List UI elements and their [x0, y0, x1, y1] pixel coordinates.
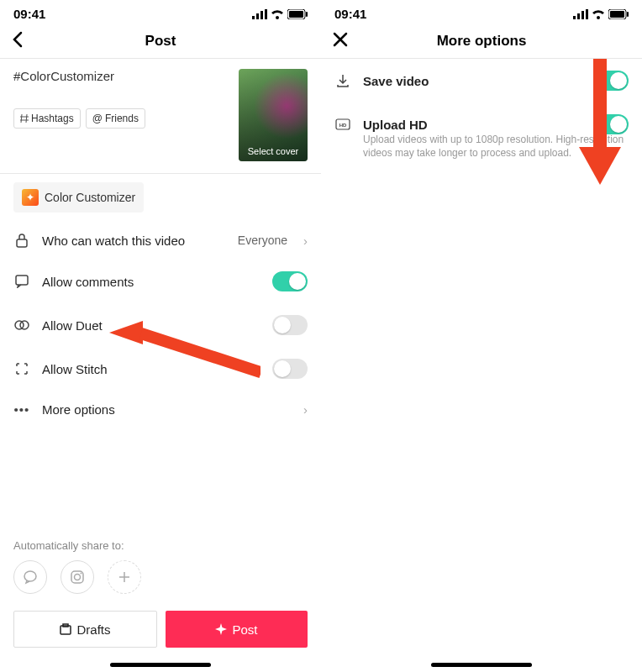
wifi-icon: [271, 9, 284, 19]
svg-rect-19: [573, 16, 576, 19]
svg-rect-22: [586, 9, 588, 19]
stitch-row: Allow Stitch: [0, 347, 321, 391]
back-button[interactable]: [12, 31, 24, 51]
chat-bubble-icon: [23, 570, 38, 585]
options-panel: Save video HD Upload HD Upload videos wi…: [321, 59, 642, 663]
share-message[interactable]: [13, 560, 47, 594]
more-options-row[interactable]: ••• More options ›: [0, 391, 321, 428]
post-screen: 09:41 Post #ColorCustomizer Hashtags: [0, 0, 321, 672]
comments-toggle[interactable]: [272, 271, 308, 291]
effect-name: Color Customizer: [45, 191, 135, 204]
save-label: Save video: [363, 74, 581, 88]
post-panel: #ColorCustomizer Hashtags @ Friends Sele…: [0, 59, 321, 524]
duet-label: Allow Duet: [42, 318, 260, 333]
share-instagram[interactable]: [61, 560, 94, 594]
svg-rect-2: [260, 11, 263, 19]
page-title: More options: [437, 33, 527, 50]
status-time: 09:41: [334, 7, 366, 21]
hd-label: Upload HD: [363, 118, 581, 132]
svg-rect-8: [16, 276, 28, 285]
duet-toggle[interactable]: [272, 315, 308, 335]
plus-icon: [118, 571, 130, 583]
status-bar: 09:41: [321, 0, 642, 24]
stitch-label: Allow Stitch: [42, 362, 260, 376]
wifi-icon: [592, 9, 605, 19]
download-icon: [334, 74, 351, 87]
stitch-toggle[interactable]: [272, 359, 308, 379]
sparkle-icon: [215, 623, 227, 635]
home-indicator: [110, 663, 211, 667]
sparkle-icon: ✦: [22, 189, 39, 206]
share-row: Automatically share to:: [0, 524, 321, 601]
hd-description: Upload videos with up to 1080p resolutio…: [321, 133, 642, 160]
svg-point-15: [75, 575, 81, 580]
comments-row: Allow comments: [0, 260, 321, 303]
save-toggle[interactable]: [593, 71, 629, 91]
hashtag-icon: [20, 114, 29, 123]
svg-rect-1: [256, 13, 259, 19]
svg-rect-0: [252, 16, 255, 19]
drafts-label: Drafts: [76, 622, 110, 637]
header: More options: [321, 24, 642, 59]
duet-row: Allow Duet: [0, 303, 321, 347]
stitch-icon: [13, 362, 30, 375]
svg-rect-21: [581, 11, 584, 19]
status-icons: [573, 9, 629, 19]
cover-label: Select cover: [248, 146, 299, 156]
at-icon: @: [92, 113, 103, 124]
comment-icon: [13, 275, 30, 288]
caption-input[interactable]: #ColorCustomizer: [13, 69, 230, 83]
svg-point-16: [81, 573, 82, 575]
hashtags-chip[interactable]: Hashtags: [13, 108, 81, 129]
more-options-screen: 09:41 More options Save video HD Upload …: [321, 0, 642, 672]
post-button[interactable]: Post: [166, 611, 308, 648]
share-label: Automatically share to:: [13, 539, 308, 552]
close-button[interactable]: [333, 32, 348, 50]
svg-point-13: [24, 571, 36, 581]
svg-text:HD: HD: [339, 123, 347, 128]
more-icon: •••: [13, 402, 30, 417]
status-icons: [252, 9, 308, 19]
save-video-row: Save video: [321, 59, 642, 102]
caption-row: #ColorCustomizer Hashtags @ Friends Sele…: [0, 59, 321, 170]
page-title: Post: [145, 33, 176, 50]
svg-rect-5: [289, 11, 303, 18]
video-cover[interactable]: Select cover: [239, 69, 308, 161]
svg-rect-24: [610, 11, 624, 18]
svg-point-10: [20, 321, 29, 329]
status-bar: 09:41: [0, 0, 321, 24]
friends-chip[interactable]: @ Friends: [86, 108, 145, 129]
comments-label: Allow comments: [42, 275, 260, 289]
svg-rect-25: [627, 12, 629, 17]
friends-chip-label: Friends: [105, 113, 139, 124]
duet-icon: [13, 319, 30, 331]
svg-rect-6: [306, 12, 308, 17]
effect-chip[interactable]: ✦ Color Customizer: [13, 182, 144, 213]
svg-rect-3: [265, 9, 267, 19]
privacy-row[interactable]: Who can watch this video Everyone ›: [0, 221, 321, 260]
chevron-right-icon: ›: [303, 234, 308, 248]
status-time: 09:41: [13, 7, 45, 21]
more-label: More options: [42, 402, 287, 417]
instagram-icon: [70, 570, 85, 585]
svg-rect-20: [577, 13, 580, 19]
drafts-icon: [60, 623, 71, 635]
signal-icon: [252, 9, 267, 19]
close-icon: [333, 32, 348, 47]
header: Post: [0, 24, 321, 59]
drafts-button[interactable]: Drafts: [13, 611, 157, 648]
post-actions: Drafts Post: [0, 601, 321, 663]
battery-icon: [287, 9, 308, 19]
signal-icon: [573, 9, 588, 19]
home-indicator: [431, 663, 532, 667]
hd-toggle[interactable]: [593, 114, 629, 134]
hd-icon: HD: [334, 118, 351, 130]
privacy-value: Everyone: [238, 234, 287, 247]
svg-rect-7: [17, 239, 27, 247]
battery-icon: [608, 9, 629, 19]
hashtags-chip-label: Hashtags: [31, 113, 74, 124]
lock-icon: [13, 233, 30, 248]
share-other[interactable]: [108, 560, 141, 594]
chevron-right-icon: ›: [303, 402, 308, 417]
privacy-label: Who can watch this video: [42, 234, 226, 248]
